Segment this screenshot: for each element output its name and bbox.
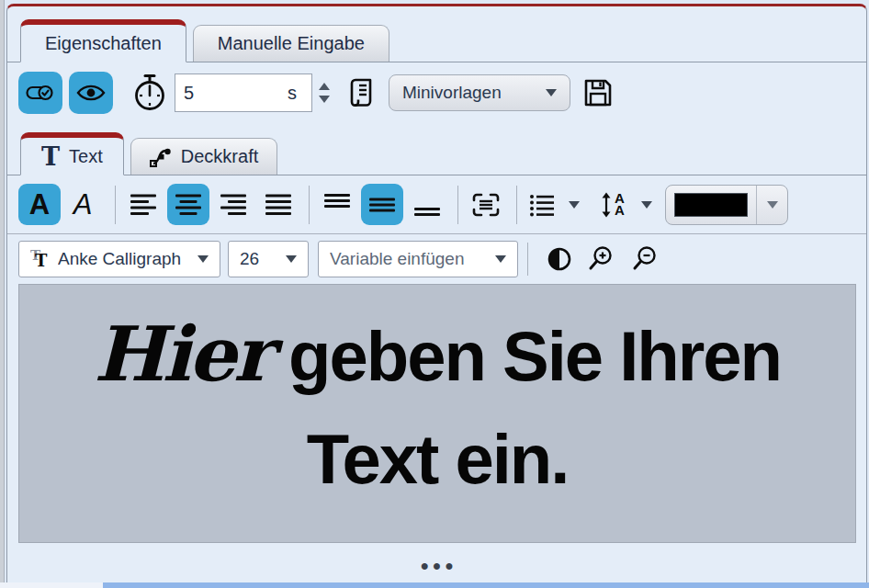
preview-line-2: Text ein. xyxy=(307,424,569,494)
text-color-button[interactable] xyxy=(666,186,757,224)
duration-stepper[interactable] xyxy=(319,83,330,103)
italic-button[interactable]: A xyxy=(63,184,106,225)
separator xyxy=(309,186,310,224)
text-tab-icon: T xyxy=(41,144,60,169)
font-toolbar: TT Anke Calligraph 26 Variable einfügen xyxy=(7,234,866,283)
preview-view-controls xyxy=(547,245,660,273)
chevron-down-icon xyxy=(767,201,778,209)
script-button[interactable] xyxy=(346,76,376,109)
toggle-check-icon xyxy=(26,83,55,103)
spin-up-icon[interactable] xyxy=(319,83,330,90)
panel-footer: ••• xyxy=(7,543,866,588)
valign-middle-button[interactable] xyxy=(361,184,403,225)
align-right-icon xyxy=(220,193,247,217)
list-dropdown-button[interactable] xyxy=(563,184,585,225)
left-splitter[interactable] xyxy=(0,0,5,588)
line-spacing-icon: A A xyxy=(601,192,625,218)
font-size-dropdown[interactable]: 26 xyxy=(228,241,309,277)
color-swatch xyxy=(674,193,748,217)
separator xyxy=(527,243,528,276)
save-button[interactable] xyxy=(582,77,614,108)
enabled-toggle-button[interactable] xyxy=(18,72,62,114)
tab-label: Text xyxy=(69,146,103,167)
autofit-frame-icon xyxy=(470,191,502,219)
line-spacing-dropdown-button[interactable] xyxy=(636,184,658,225)
tab-label: Eigenschaften xyxy=(45,33,162,54)
text-properties-panel: Eigenschaften Manuelle Eingabe xyxy=(6,4,867,588)
valign-top-icon xyxy=(323,193,351,217)
font-icon: TT xyxy=(30,249,51,269)
separator xyxy=(457,186,458,224)
tab-eigenschaften[interactable]: Eigenschaften xyxy=(20,19,186,62)
align-right-button[interactable] xyxy=(212,184,254,225)
zoom-out-button[interactable] xyxy=(631,245,660,273)
line-spacing-button[interactable]: A A xyxy=(592,184,633,225)
templates-dropdown[interactable]: Minivorlagen xyxy=(389,74,570,111)
tab-label: Manuelle Eingabe xyxy=(218,33,365,54)
text-color-split-button xyxy=(665,185,788,225)
bottom-edge-bar xyxy=(103,582,869,588)
bottom-left-strip xyxy=(0,582,103,588)
valign-bottom-icon xyxy=(413,193,441,217)
insert-variable-dropdown[interactable]: Variable einfügen xyxy=(318,241,518,277)
duration-input[interactable]: 5 s xyxy=(175,74,312,112)
valign-bottom-button[interactable] xyxy=(406,184,448,225)
font-size-value: 26 xyxy=(240,249,259,269)
zoom-in-icon xyxy=(587,245,616,273)
script-icon xyxy=(346,76,376,109)
format-toolbar: A A xyxy=(7,175,866,234)
align-center-button[interactable] xyxy=(167,184,209,225)
stopwatch-icon xyxy=(132,74,167,112)
eye-icon xyxy=(76,83,106,103)
zoom-out-icon xyxy=(631,245,660,273)
align-justify-button[interactable] xyxy=(257,184,299,225)
preview-line-1: Hiergeben Sie Ihren xyxy=(94,316,781,391)
chevron-down-icon xyxy=(546,89,557,96)
duration-unit: s xyxy=(288,83,297,104)
insert-variable-label: Variable einfügen xyxy=(330,249,464,269)
chevron-down-icon xyxy=(495,255,506,263)
contrast-button[interactable] xyxy=(547,246,572,272)
text-color-dropdown-button[interactable] xyxy=(757,186,787,224)
main-tabbar: Eigenschaften Manuelle Eingabe xyxy=(7,6,866,62)
align-justify-icon xyxy=(265,193,292,217)
visibility-button[interactable] xyxy=(69,72,113,114)
text-preview-area[interactable]: Hiergeben Sie Ihren Text ein. xyxy=(18,284,856,543)
chevron-down-icon xyxy=(198,255,209,263)
list-button[interactable] xyxy=(524,184,560,225)
chevron-down-icon xyxy=(286,255,297,263)
contrast-icon xyxy=(547,246,572,272)
object-toolbar: 5 s Minivorlagen xyxy=(7,62,866,123)
valign-top-button[interactable] xyxy=(316,184,358,225)
font-family-dropdown[interactable]: TT Anke Calligraph xyxy=(18,241,220,277)
separator xyxy=(516,186,517,224)
align-left-button[interactable] xyxy=(122,184,164,225)
align-center-icon xyxy=(175,193,202,217)
bold-icon: A xyxy=(29,190,50,219)
valign-middle-icon xyxy=(368,193,396,217)
autofit-text-button[interactable] xyxy=(465,184,507,225)
preview-script-word: Hier xyxy=(94,310,270,398)
spin-down-icon[interactable] xyxy=(319,96,330,103)
separator xyxy=(115,186,116,224)
chevron-down-icon xyxy=(569,201,580,209)
tab-label: Deckkraft xyxy=(181,146,258,167)
bullet-list-icon xyxy=(529,193,555,217)
templates-label: Minivorlagen xyxy=(402,83,502,103)
align-left-icon xyxy=(130,193,157,217)
duration-value: 5 xyxy=(184,83,194,104)
bold-button[interactable]: A xyxy=(18,184,61,225)
zoom-in-button[interactable] xyxy=(587,245,616,273)
tab-text[interactable]: T Text xyxy=(20,132,124,175)
preview-line1-rest: geben Sie Ihren xyxy=(288,317,781,395)
tab-deckkraft[interactable]: Deckkraft xyxy=(130,138,277,175)
font-family-value: Anke Calligraph xyxy=(58,249,181,269)
opacity-curve-icon xyxy=(150,145,174,169)
sub-tabbar: T Text Deckkraft xyxy=(7,123,866,175)
italic-icon: A xyxy=(73,190,96,219)
chevron-down-icon xyxy=(641,201,652,209)
tab-manuelle-eingabe[interactable]: Manuelle Eingabe xyxy=(193,25,389,62)
save-icon xyxy=(582,77,614,108)
